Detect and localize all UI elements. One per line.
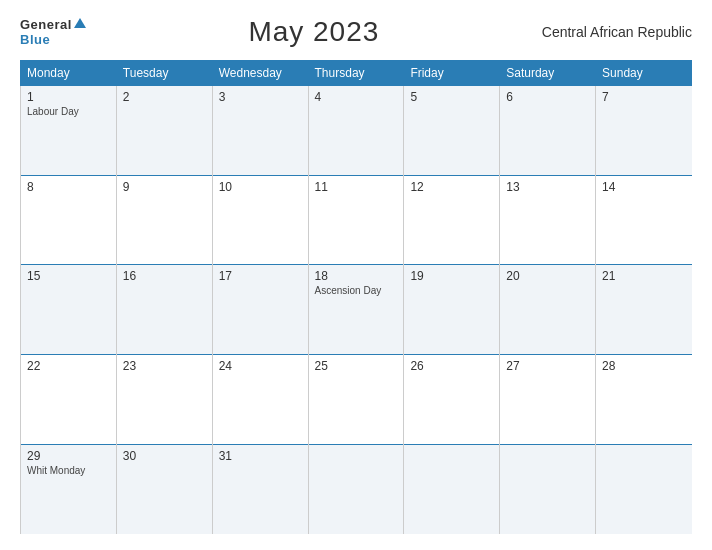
calendar-week-5: 29Whit Monday3031 [21,444,692,534]
calendar-cell: 8 [21,175,117,265]
day-number: 27 [506,359,589,373]
day-number: 4 [315,90,398,104]
day-number: 25 [315,359,398,373]
day-header-tuesday: Tuesday [116,61,212,86]
calendar-cell: 16 [116,265,212,355]
calendar-cell: 27 [500,355,596,445]
day-number: 16 [123,269,206,283]
calendar-cell [500,444,596,534]
calendar-cell: 11 [308,175,404,265]
day-number: 13 [506,180,589,194]
day-number: 12 [410,180,493,194]
calendar-cell: 6 [500,86,596,176]
day-number: 17 [219,269,302,283]
calendar-cell: 2 [116,86,212,176]
logo-blue-text: Blue [20,32,50,47]
calendar-cell: 9 [116,175,212,265]
holiday-label: Ascension Day [315,285,398,296]
calendar-cell: 17 [212,265,308,355]
logo: General Blue [20,17,86,47]
day-number: 20 [506,269,589,283]
day-number: 23 [123,359,206,373]
day-number: 31 [219,449,302,463]
calendar-cell: 1Labour Day [21,86,117,176]
calendar-cell: 29Whit Monday [21,444,117,534]
day-header-saturday: Saturday [500,61,596,86]
day-number: 3 [219,90,302,104]
day-header-friday: Friday [404,61,500,86]
calendar-cell: 31 [212,444,308,534]
day-header-sunday: Sunday [596,61,692,86]
calendar-cell [596,444,692,534]
day-number: 11 [315,180,398,194]
calendar-table: MondayTuesdayWednesdayThursdayFridaySatu… [20,60,692,534]
calendar-cell: 10 [212,175,308,265]
logo-general-text: General [20,17,72,32]
calendar-cell: 14 [596,175,692,265]
calendar-cell: 21 [596,265,692,355]
calendar-week-4: 22232425262728 [21,355,692,445]
day-number: 18 [315,269,398,283]
calendar-cell: 12 [404,175,500,265]
day-number: 8 [27,180,110,194]
calendar-cell: 4 [308,86,404,176]
calendar-week-3: 15161718Ascension Day192021 [21,265,692,355]
holiday-label: Labour Day [27,106,110,117]
calendar-week-2: 891011121314 [21,175,692,265]
calendar-cell [404,444,500,534]
calendar-cell: 7 [596,86,692,176]
day-header-thursday: Thursday [308,61,404,86]
calendar-cell: 30 [116,444,212,534]
calendar-cell: 18Ascension Day [308,265,404,355]
day-header-wednesday: Wednesday [212,61,308,86]
calendar-cell: 20 [500,265,596,355]
logo-triangle-icon [74,18,86,28]
day-number: 9 [123,180,206,194]
calendar-cell: 28 [596,355,692,445]
calendar-cell: 23 [116,355,212,445]
day-number: 2 [123,90,206,104]
day-number: 24 [219,359,302,373]
day-number: 5 [410,90,493,104]
calendar-cell: 13 [500,175,596,265]
holiday-label: Whit Monday [27,465,110,476]
day-number: 22 [27,359,110,373]
day-number: 28 [602,359,685,373]
calendar-cell: 26 [404,355,500,445]
calendar-title: May 2023 [248,16,379,48]
calendar-cell: 19 [404,265,500,355]
day-header-monday: Monday [21,61,117,86]
calendar-cell: 22 [21,355,117,445]
calendar-header: General Blue May 2023 Central African Re… [20,16,692,48]
day-number: 19 [410,269,493,283]
calendar-cell: 5 [404,86,500,176]
calendar-cell: 24 [212,355,308,445]
day-number: 10 [219,180,302,194]
day-number: 7 [602,90,685,104]
day-number: 6 [506,90,589,104]
day-number: 15 [27,269,110,283]
calendar-cell: 3 [212,86,308,176]
calendar-cell: 15 [21,265,117,355]
day-number: 29 [27,449,110,463]
day-number: 30 [123,449,206,463]
day-number: 1 [27,90,110,104]
calendar-cell [308,444,404,534]
day-number: 14 [602,180,685,194]
calendar-cell: 25 [308,355,404,445]
calendar-week-1: 1Labour Day234567 [21,86,692,176]
region-label: Central African Republic [542,24,692,40]
day-number: 21 [602,269,685,283]
day-number: 26 [410,359,493,373]
calendar-header-row: MondayTuesdayWednesdayThursdayFridaySatu… [21,61,692,86]
